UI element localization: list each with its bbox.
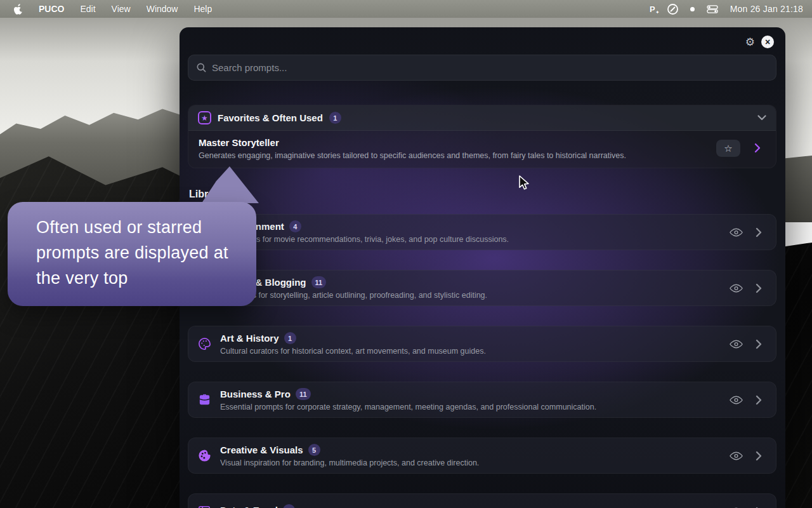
table-icon: [196, 504, 213, 508]
category-description: Visual inspiration for branding, multime…: [220, 458, 479, 467]
favorites-count-badge: 1: [329, 112, 341, 124]
status-dot-icon[interactable]: [690, 7, 695, 11]
favorites-header[interactable]: ★ Favorites & Often Used 1: [188, 105, 776, 131]
chevron-right-icon[interactable]: [756, 283, 762, 293]
link-circle-icon[interactable]: [667, 4, 678, 15]
menu-edit[interactable]: Edit: [80, 4, 95, 14]
category-title: Data & Excel: [220, 505, 278, 508]
close-button[interactable]: ×: [761, 36, 774, 48]
category-count-badge: 1: [284, 332, 296, 344]
category-list: Entertainment 4 Moderators for movie rec…: [188, 214, 776, 508]
category-count-badge: 4: [289, 220, 301, 232]
search-bar: [188, 55, 776, 81]
category-title: Art & History: [220, 333, 279, 344]
chevron-right-icon[interactable]: [754, 143, 761, 153]
category-title: Business & Pro: [220, 389, 291, 399]
prompt-title: Master Storyteller: [199, 137, 706, 148]
settings-gear-icon[interactable]: ⚙: [745, 37, 755, 48]
control-center-icon[interactable]: [707, 5, 718, 13]
unfavorite-star-button[interactable]: ☆: [716, 140, 740, 157]
category-count-badge: 11: [296, 388, 311, 400]
search-icon: [197, 63, 206, 72]
category-row-creative-visuals[interactable]: Creative & Visuals 5 Visual inspiration …: [188, 438, 776, 474]
category-count-badge: 3: [283, 504, 295, 508]
favorites-section: ★ Favorites & Often Used 1 Master Storyt…: [188, 105, 776, 168]
chevron-right-icon[interactable]: [756, 395, 762, 405]
menu-view[interactable]: View: [112, 4, 131, 14]
favorites-title: Favorites & Often Used: [218, 112, 323, 123]
onboarding-tooltip: Often used or starred prompts are displa…: [8, 202, 256, 306]
eye-icon[interactable]: [730, 283, 743, 293]
category-description: Essential prompts for corporate strategy…: [220, 403, 596, 411]
category-row-art-history[interactable]: Art & History 1 Cultural curators for hi…: [188, 326, 776, 362]
eye-icon[interactable]: [730, 339, 743, 349]
apple-menu-icon[interactable]: [14, 4, 23, 15]
menu-window[interactable]: Window: [147, 4, 178, 14]
category-row-business-pro[interactable]: Business & Pro 11 Essential prompts for …: [188, 382, 776, 418]
category-row-writing-blogging[interactable]: Writing & Blogging 11 Assistants for sto…: [188, 270, 776, 306]
paint-palette-icon: [196, 448, 213, 464]
eye-icon[interactable]: [730, 227, 743, 237]
star-box-icon: ★: [198, 111, 211, 124]
category-description: Cultural curators for historical context…: [220, 347, 486, 356]
search-input[interactable]: [212, 62, 768, 73]
screen: PUCO Edit View Window Help P✦ Mon 26 Jan…: [0, 0, 812, 508]
category-count-badge: 11: [311, 276, 327, 288]
menu-help[interactable]: Help: [193, 4, 212, 14]
category-count-badge: 5: [308, 444, 320, 456]
menu-app-name[interactable]: PUCO: [39, 4, 64, 14]
puco-tray-icon[interactable]: P✦: [650, 4, 655, 14]
chevron-right-icon[interactable]: [756, 339, 762, 349]
category-row-data-excel[interactable]: Data & Excel 3: [188, 493, 776, 508]
chevron-right-icon[interactable]: [756, 227, 762, 237]
puco-window: ⚙ × ★ Favorites & Often Used 1 Master St…: [180, 27, 785, 508]
favorite-prompt-row[interactable]: Master Storyteller Generates engaging, i…: [188, 131, 776, 168]
palette-icon: [196, 336, 213, 352]
menu-clock[interactable]: Mon 26 Jan 21:18: [730, 4, 803, 14]
category-row-entertainment[interactable]: Entertainment 4 Moderators for movie rec…: [188, 214, 776, 250]
eye-icon[interactable]: [730, 451, 743, 460]
category-title: Creative & Visuals: [220, 444, 303, 455]
chevron-right-icon[interactable]: [756, 451, 762, 461]
menu-bar: PUCO Edit View Window Help P✦ Mon 26 Jan…: [0, 0, 812, 18]
briefcase-icon: [196, 392, 213, 408]
sparkle-icon: ✦: [655, 10, 660, 15]
category-description: Assistants for storytelling, article out…: [220, 291, 487, 300]
prompt-description: Generates engaging, imaginative stories …: [199, 151, 706, 160]
eye-icon[interactable]: [730, 395, 743, 404]
category-description: Moderators for movie recommendations, tr…: [220, 235, 509, 244]
chevron-down-icon[interactable]: [757, 115, 766, 121]
